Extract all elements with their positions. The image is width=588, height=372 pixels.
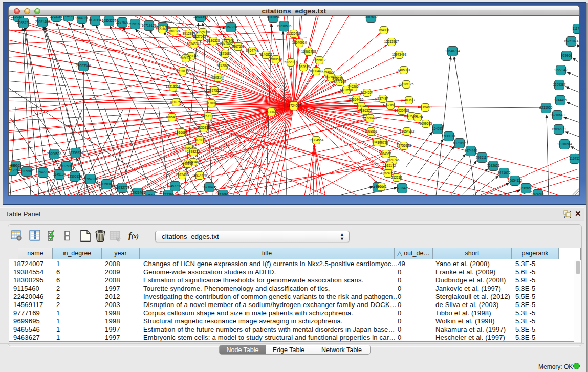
svg-text:1520746: 1520746 bbox=[387, 158, 400, 162]
svg-text:9227342: 9227342 bbox=[555, 68, 568, 72]
svg-text:1588520: 1588520 bbox=[270, 57, 282, 61]
svg-text:12213369: 12213369 bbox=[166, 85, 181, 89]
svg-text:4055721: 4055721 bbox=[17, 21, 30, 25]
svg-text:9463627: 9463627 bbox=[403, 98, 416, 102]
svg-text:989921: 989921 bbox=[180, 56, 191, 60]
svg-text:7625402: 7625402 bbox=[176, 173, 189, 177]
svg-text:140994: 140994 bbox=[182, 162, 193, 165]
svg-text:10648784: 10648784 bbox=[445, 49, 460, 53]
svg-text:18724007: 18724007 bbox=[287, 104, 301, 107]
svg-text:6497568: 6497568 bbox=[340, 88, 353, 92]
svg-text:9964321: 9964321 bbox=[76, 16, 89, 20]
svg-text:9115460: 9115460 bbox=[419, 105, 432, 109]
svg-text:2530027: 2530027 bbox=[265, 110, 278, 114]
svg-text:9474444: 9474444 bbox=[465, 149, 477, 152]
svg-text:1498222: 1498222 bbox=[187, 150, 200, 154]
svg-text:7357224: 7357224 bbox=[225, 25, 237, 29]
svg-text:929966: 929966 bbox=[561, 54, 572, 57]
svg-text:8454749: 8454749 bbox=[246, 49, 259, 52]
svg-text:1010755: 1010755 bbox=[170, 100, 183, 104]
svg-text:1209387: 1209387 bbox=[553, 83, 566, 86]
svg-text:7955812: 7955812 bbox=[313, 58, 326, 62]
svg-text:495764: 495764 bbox=[412, 115, 423, 119]
svg-text:8813054: 8813054 bbox=[267, 16, 280, 19]
svg-text:17957223: 17957223 bbox=[83, 177, 98, 181]
svg-text:12213967: 12213967 bbox=[384, 40, 399, 43]
svg-text:7485003: 7485003 bbox=[398, 68, 410, 72]
svg-text:3875685: 3875685 bbox=[219, 52, 232, 55]
svg-text:9127505: 9127505 bbox=[193, 35, 206, 38]
svg-text:1145194: 1145194 bbox=[53, 172, 66, 176]
svg-text:6879197: 6879197 bbox=[453, 141, 466, 145]
svg-text:10025458: 10025458 bbox=[395, 108, 409, 112]
svg-text:8267130: 8267130 bbox=[202, 114, 215, 118]
svg-text:1135359: 1135359 bbox=[198, 126, 210, 129]
svg-text:1733426: 1733426 bbox=[396, 186, 409, 190]
svg-text:1244415: 1244415 bbox=[554, 98, 567, 102]
svg-text:8660124: 8660124 bbox=[168, 29, 181, 33]
svg-text:1068861: 1068861 bbox=[365, 129, 378, 133]
svg-text:9924501: 9924501 bbox=[532, 192, 545, 196]
svg-text:772391: 772391 bbox=[163, 193, 174, 196]
svg-text:9245652: 9245652 bbox=[520, 186, 533, 190]
svg-text:937487: 937487 bbox=[377, 97, 388, 100]
svg-text:887833: 887833 bbox=[194, 138, 205, 142]
svg-text:746266: 746266 bbox=[347, 85, 359, 89]
svg-text:2803144: 2803144 bbox=[212, 76, 225, 79]
svg-text:3427552: 3427552 bbox=[208, 89, 221, 92]
svg-text:20364436: 20364436 bbox=[349, 98, 364, 101]
svg-text:10654112: 10654112 bbox=[508, 179, 522, 182]
svg-text:12923465: 12923465 bbox=[130, 191, 145, 194]
svg-text:8186328: 8186328 bbox=[207, 39, 220, 42]
svg-text:70061: 70061 bbox=[9, 167, 12, 170]
svg-text:10719155: 10719155 bbox=[142, 24, 157, 27]
svg-text:1527602: 1527602 bbox=[116, 20, 129, 24]
svg-text:15716485: 15716485 bbox=[202, 185, 217, 189]
svg-text:9457791: 9457791 bbox=[169, 184, 182, 188]
svg-text:13654923: 13654923 bbox=[400, 129, 415, 133]
svg-text:20206536: 20206536 bbox=[47, 152, 62, 156]
svg-text:784067: 784067 bbox=[380, 152, 391, 156]
svg-text:252214: 252214 bbox=[391, 176, 402, 179]
svg-text:8471676: 8471676 bbox=[498, 171, 511, 174]
svg-text:164095: 164095 bbox=[432, 127, 443, 130]
svg-text:3624554: 3624554 bbox=[361, 91, 374, 94]
svg-text:10853267: 10853267 bbox=[102, 19, 117, 23]
svg-text:16914479: 16914479 bbox=[192, 173, 207, 177]
svg-text:2087682: 2087682 bbox=[365, 16, 378, 19]
svg-text:1115682: 1115682 bbox=[20, 169, 33, 173]
svg-text:12975125: 12975125 bbox=[399, 82, 414, 86]
svg-text:1362615: 1362615 bbox=[297, 65, 310, 69]
svg-text:16210643: 16210643 bbox=[550, 113, 565, 117]
svg-text:15720407: 15720407 bbox=[363, 116, 378, 120]
svg-text:835061: 835061 bbox=[10, 164, 21, 167]
svg-text:11325419: 11325419 bbox=[287, 32, 301, 35]
svg-text:10046788: 10046788 bbox=[182, 146, 197, 150]
svg-text:7663822: 7663822 bbox=[156, 27, 169, 31]
svg-text:111764: 111764 bbox=[573, 27, 580, 30]
svg-text:7632621: 7632621 bbox=[487, 164, 500, 167]
svg-text:5322037: 5322037 bbox=[285, 60, 297, 64]
svg-text:19756928: 19756928 bbox=[397, 144, 411, 147]
svg-text:8120394: 8120394 bbox=[89, 18, 102, 22]
svg-text:10958107: 10958107 bbox=[99, 182, 114, 186]
svg-text:1965493: 1965493 bbox=[166, 115, 179, 119]
svg-text:9699695: 9699695 bbox=[420, 122, 432, 125]
svg-text:986141: 986141 bbox=[376, 185, 387, 188]
svg-text:12942737: 12942737 bbox=[36, 170, 51, 174]
svg-text:16782759: 16782759 bbox=[115, 186, 130, 189]
svg-text:831095: 831095 bbox=[217, 193, 229, 196]
svg-text:17359924: 17359924 bbox=[69, 151, 83, 155]
svg-text:12505135: 12505135 bbox=[68, 174, 82, 178]
svg-text:6966160: 6966160 bbox=[129, 22, 142, 26]
svg-text:13524851: 13524851 bbox=[381, 171, 396, 175]
svg-text:184321: 184321 bbox=[372, 140, 383, 144]
svg-text:6794028: 6794028 bbox=[322, 70, 335, 74]
svg-text:15751074: 15751074 bbox=[564, 39, 579, 43]
svg-text:2867608: 2867608 bbox=[232, 45, 245, 48]
svg-text:1080123: 1080123 bbox=[355, 104, 368, 108]
svg-text:1916682: 1916682 bbox=[175, 130, 188, 134]
svg-text:20691406: 20691406 bbox=[35, 20, 50, 24]
svg-text:10973493: 10973493 bbox=[392, 53, 407, 56]
svg-text:62160: 62160 bbox=[386, 103, 395, 107]
